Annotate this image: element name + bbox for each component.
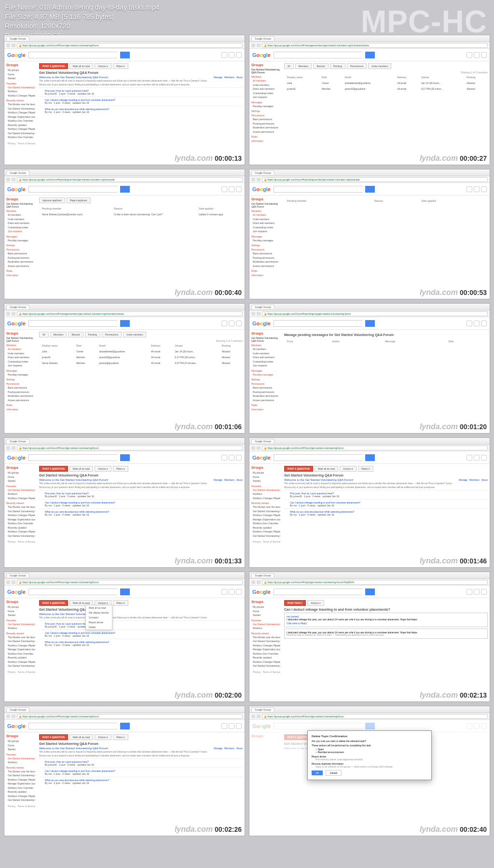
browser-tab[interactable]: Google Groups	[251, 36, 274, 41]
browser-tab[interactable]: Google Groups	[6, 439, 29, 443]
recent-item[interactable]: Get Started Volunteering Q&A Forum	[6, 534, 35, 538]
apps-icon[interactable]	[467, 589, 472, 595]
nav-pending-msg[interactable]: Pending messages	[6, 238, 35, 243]
nav-started[interactable]: Started	[6, 613, 35, 617]
groups-heading[interactable]: Groups	[6, 63, 35, 67]
search-input[interactable]	[274, 52, 363, 58]
nav-started[interactable]: Started	[251, 479, 280, 483]
filters-button[interactable]: Filters ▾	[113, 63, 128, 69]
recent-item[interactable]: Get Started Volunteering Q&A Forum	[6, 798, 35, 802]
search-button[interactable]	[365, 588, 375, 595]
address-bar[interactable]: 🔒 https://groups.google.com/forum/#!foru…	[262, 714, 488, 719]
post-row[interactable]: What do you care about/pursue while sele…	[39, 106, 243, 115]
recent-item[interactable]: Recently updated	[6, 790, 35, 794]
notif-icon[interactable]	[229, 186, 234, 192]
address-bar[interactable]: 🔒 https://groups.google.com/forum/#!mana…	[17, 311, 243, 316]
filters-button[interactable]: Filters ▾	[113, 600, 128, 606]
fav-item[interactable]: Get Started Volunteering Q&A F...	[6, 622, 35, 627]
actions-button[interactable]: Actions ▾	[307, 600, 324, 606]
nav-mygroups[interactable]: My groups	[6, 471, 35, 475]
notif-icon[interactable]	[474, 589, 480, 595]
reload-button[interactable]	[257, 43, 261, 47]
recent-item[interactable]: Get Started Volunteering Q&A Forum	[6, 639, 35, 644]
mark-read-button[interactable]: Mark all as read	[69, 466, 94, 472]
address-bar[interactable]: 🔒 https://groups.google.com/forum/#!foru…	[262, 446, 488, 450]
nav-mygroups[interactable]: My groups	[6, 68, 35, 72]
groups-heading[interactable]: Groups	[6, 466, 35, 469]
search-input[interactable]	[28, 186, 118, 193]
nav-perm[interactable]: Basic permissions	[6, 252, 35, 256]
recent-item[interactable]: The Murder over the laundering hub	[251, 635, 280, 640]
avatar[interactable]	[236, 52, 242, 58]
search-button[interactable]	[365, 320, 375, 327]
footer-links[interactable]: Privacy · Terms of Service	[6, 141, 35, 146]
nav-all-members[interactable]: All members	[251, 79, 280, 83]
reload-button[interactable]	[12, 312, 15, 316]
post-row[interactable]: What do you care about/pursue while sele…	[284, 508, 488, 518]
nav-perm[interactable]: Moderation permissions	[6, 394, 35, 398]
nav-invites[interactable]: Outstanding invites	[6, 225, 35, 230]
nav-all-members[interactable]: All members	[6, 347, 35, 351]
search-button[interactable]	[120, 186, 130, 193]
forum-links[interactable]: ManageMembersAbout	[212, 747, 243, 750]
reload-button[interactable]	[12, 43, 15, 47]
apps-icon[interactable]	[221, 52, 227, 58]
recent-item[interactable]: Get Started Volunteering Q&A Forum	[251, 639, 280, 644]
notif-icon[interactable]	[229, 723, 234, 729]
recent-item[interactable]: Manage Organization (something)(deft)	[6, 647, 35, 652]
forum-nav-title[interactable]: Get Started Volunteering Q&A Forum	[251, 68, 280, 74]
browser-tab[interactable]: Google Groups	[251, 573, 274, 577]
table-row[interactable]: JuliaOwnertwistablereel@goodtimeAll emai…	[285, 81, 487, 85]
avatar[interactable]	[236, 723, 242, 729]
recent-item[interactable]: Get Started Volunteering Q&A Forum	[6, 131, 35, 136]
browser-tab[interactable]: Google Groups	[6, 170, 29, 175]
apps-icon[interactable]	[221, 723, 227, 729]
filter-banned[interactable]: Banned	[313, 63, 328, 69]
nav-invite[interactable]: Invite members	[251, 351, 280, 356]
avatar[interactable]	[481, 52, 487, 58]
filter-pending[interactable]: Pending	[85, 332, 100, 337]
reload-button[interactable]	[12, 178, 15, 182]
menu-item[interactable]: Delete	[86, 625, 112, 630]
address-bar[interactable]: 🔒 https://groups.google.com/forum/#!mana…	[262, 43, 488, 48]
notif-icon[interactable]	[229, 589, 234, 595]
search-input[interactable]	[28, 723, 118, 729]
fav-item[interactable]: Get Started Volunteering Q&A F...	[251, 488, 280, 492]
nav-all-members[interactable]: All members	[251, 347, 280, 351]
table-row[interactable]: jones42Memberjones42@goodtimeAll email9:…	[40, 355, 242, 360]
post-button[interactable]: POST A QUESTION	[284, 466, 313, 472]
nav-invite[interactable]: Invite members	[251, 83, 280, 87]
nav-home[interactable]: Home	[6, 475, 35, 479]
filter-perms[interactable]: Permissions	[347, 63, 367, 69]
back-button[interactable]	[251, 178, 255, 182]
recent-item[interactable]: Workbox Changes Pitpattern	[6, 778, 35, 782]
nav-direct-add[interactable]: Direct add members	[6, 355, 35, 360]
post-row[interactable]: First post: How do I post questions here…	[284, 490, 488, 499]
notif-icon[interactable]	[229, 321, 234, 326]
recent-item[interactable]: Manage Organization (something)(deft)	[6, 518, 35, 522]
nav-direct-add[interactable]: Direct add members	[251, 355, 280, 360]
search-input[interactable]	[28, 320, 118, 327]
address-bar[interactable]: 🔒 https://groups.google.com/forum/#!foru…	[17, 580, 243, 585]
ok-button[interactable]: OK	[312, 770, 323, 775]
nav-home[interactable]: Home	[6, 743, 35, 748]
address-bar[interactable]: 🔒 https://groups.google.com/forum/#!pend…	[17, 177, 243, 182]
post-row[interactable]: Can I deduct mileage traveling to and fr…	[39, 499, 243, 508]
groups-heading[interactable]: Groups	[6, 332, 35, 335]
recent-item[interactable]: The Murder over the laundering hub	[6, 635, 35, 640]
search-input[interactable]	[28, 588, 118, 595]
forum-links[interactable]: ManageMembersAbout	[212, 76, 243, 79]
browser-tab[interactable]: Google Groups	[6, 707, 29, 712]
back-button[interactable]	[251, 43, 255, 47]
avatar[interactable]	[236, 321, 242, 326]
actions-button[interactable]: Actions ▾	[95, 734, 111, 740]
approve-button[interactable]: Approve applicant	[39, 197, 65, 203]
recent-item[interactable]: Workbox Changes Pitpattern	[251, 530, 280, 534]
recent-item[interactable]: Workbox Changes Pitpattern	[251, 660, 280, 664]
recent-item[interactable]: Workbox Dev Overrides	[6, 652, 35, 656]
recent-item[interactable]: Workbox Changes Pitpattern	[6, 660, 35, 664]
nav-pending-msg[interactable]: Pending messages	[251, 373, 280, 377]
nav-invites[interactable]: Outstanding invites	[251, 225, 280, 230]
table-row[interactable]: Name Deleted (joedoe@domain.com)I'd like…	[40, 212, 242, 217]
nav-perm[interactable]: Moderation permissions	[251, 126, 280, 130]
